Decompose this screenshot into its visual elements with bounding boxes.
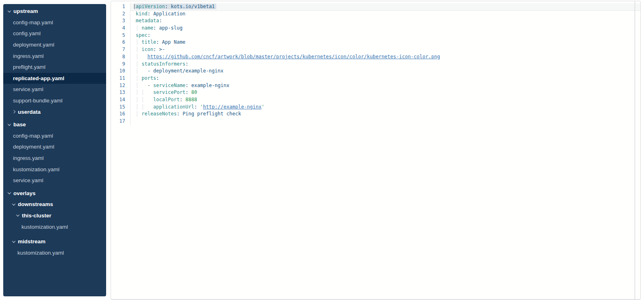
code-token: : [156,75,159,81]
chevron-right-icon [12,110,15,113]
code-token: ports [141,75,156,81]
code-line-content: https://github.com/cncf/artwork/blob/mas… [130,53,640,61]
tree-file-ingress.yaml[interactable]: ingress.yaml [3,153,106,164]
line-number: 3 [111,17,130,25]
code-line[interactable]: 15 applicationUrl: 'http://example-nginx… [111,104,640,111]
line-number: 11 [111,75,130,82]
indent-guide-line [136,25,141,31]
code-line-content: releaseNotes: Ping preflight check [130,111,640,118]
tree-file-deployment.yaml[interactable]: deployment.yaml [3,141,106,153]
line-number: 2 [111,11,130,18]
line-number: 15 [111,104,130,111]
tree-file-deployment.yaml[interactable]: deployment.yaml [3,39,106,51]
code-token [156,25,159,31]
code-line-content: servicePort: 80 [130,89,640,96]
tree-item-label: downstreams [18,201,53,207]
tree-folder-userdata[interactable]: userdata [3,106,106,117]
tree-item-label: config-map.yaml [13,133,53,139]
tree-item-label: deployment.yaml [13,42,54,48]
code-line[interactable]: 17 [111,118,640,125]
line-number: 12 [111,82,130,89]
indent-guide-line [136,89,141,95]
chevron-down-icon [16,213,19,217]
tree-file-config.yaml[interactable]: config.yaml [3,28,106,39]
code-line-content: title: App Name [130,39,640,46]
selected-text: apiVersion: kots.io/v1beta1 [136,4,215,9]
line-number: 13 [111,89,130,96]
tree-file-ingress.yaml[interactable]: ingress.yaml [3,50,106,62]
code-line[interactable]: 14 localPort: 8888 [111,96,640,104]
tree-folder-base[interactable]: base [3,119,106,130]
line-number: 4 [111,25,130,32]
tree-item-label: replicated-app.yaml [13,75,64,81]
yaml-editor[interactable]: 1apiVersion: kots.io/v1beta12kind: Appli… [111,1,641,300]
code-line[interactable]: 12 - serviceName: example-nginx [111,82,640,89]
code-token: applicationUrl [153,104,194,110]
code-token: ' [262,104,264,110]
code-line[interactable]: 9 statusInformers: [111,61,640,68]
tree-folder-midstream[interactable]: midstream [3,236,106,247]
tree-file-replicated-app.yaml[interactable]: replicated-app.yaml [3,73,106,84]
tree-file-support-bundle.yaml[interactable]: support-bundle.yaml [3,95,106,106]
tree-item-label: deployment.yaml [13,144,54,150]
line-number: 1 [111,3,130,11]
indent-guide-line [136,47,141,52]
code-token: : [153,47,156,52]
tree-file-kustomization.yaml[interactable]: kustomization.yaml [3,247,106,258]
code-token [197,104,200,110]
code-line[interactable]: 5spec: [111,32,640,39]
editor-scrollbar[interactable] [635,1,635,299]
code-line[interactable]: 3metadata: [111,17,640,25]
tree-file-kustomization.yaml[interactable]: kustomization.yaml [3,221,106,232]
code-link[interactable]: https://github.com/cncf/artwork/blob/mas… [147,54,440,60]
code-line[interactable]: 1apiVersion: kots.io/v1beta1 [111,3,640,11]
code-token [183,97,186,102]
tree-file-preflight.yaml[interactable]: preflight.yaml [3,62,106,73]
code-token: apiVersion [136,4,165,9]
code-line[interactable]: 10 - deployment/example-nginx [111,68,640,75]
indent-guide-line [136,111,141,117]
tree-file-config-map.yaml[interactable]: config-map.yaml [3,17,106,28]
code-line-content: metadata: [130,17,640,25]
tree-folder-this-cluster[interactable]: this-cluster [3,210,106,221]
tree-file-service.yaml[interactable]: service.yaml [3,175,106,186]
code-token: - deployment/example-nginx [147,68,224,74]
code-token [156,47,159,52]
tree-file-config-map.yaml[interactable]: config-map.yaml [3,130,106,142]
tree-item-label: midstream [18,238,45,245]
chevron-down-icon [8,122,11,125]
indent-guide-line [136,83,141,88]
code-token: kind [136,11,147,17]
tree-item-label: upstream [13,8,38,14]
code-token: spec [136,32,147,38]
tree-item-label: userdata [18,109,41,115]
code-line[interactable]: 13 servicePort: 80 [111,89,640,96]
code-token: statusInformers [141,61,185,67]
code-token: Ping preflight check [183,111,241,117]
indent-guide-line [136,97,141,102]
line-number: 10 [111,68,130,75]
tree-folder-overlays[interactable]: overlays [3,188,106,199]
code-line[interactable]: 2kind: Application [111,11,640,18]
tree-file-kustomization.yaml[interactable]: kustomization.yaml [3,164,106,175]
code-line-content: kind: Application [130,11,640,18]
code-line[interactable]: 4 name: app-slug [111,25,640,32]
code-token: >- [159,47,165,52]
indent-guide-line [136,68,141,74]
code-link[interactable]: http://example-nginx [203,104,262,110]
code-line[interactable]: 6 title: App Name [111,39,640,46]
indent-guide-line [136,104,141,110]
code-line-content: applicationUrl: 'http://example-nginx' [130,104,640,111]
code-line[interactable]: 16 releaseNotes: Ping preflight check [111,111,640,118]
code-token: servicePort [153,89,185,95]
line-number: 16 [111,111,130,118]
code-line[interactable]: 8 https://github.com/cncf/artwork/blob/m… [111,53,640,61]
tree-item-label: preflight.yaml [13,64,45,70]
code-line[interactable]: 7 icon: >- [111,46,640,53]
code-token: : [186,89,188,95]
tree-folder-upstream[interactable]: upstream [3,6,106,17]
tree-folder-downstreams[interactable]: downstreams [3,199,106,210]
tree-file-service.yaml[interactable]: service.yaml [3,84,106,95]
code-line[interactable]: 11 ports: [111,75,640,82]
tree-item-label: overlays [13,190,36,196]
